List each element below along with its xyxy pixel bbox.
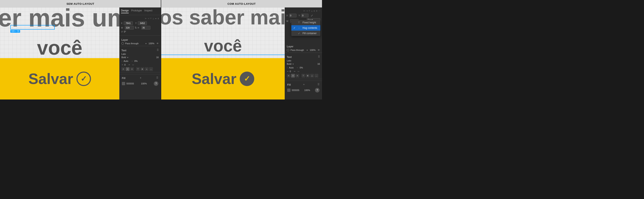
fill-opacity-val-left[interactable]: 100% [141, 82, 147, 85]
salvar-row-right: Salvar ✓ [192, 70, 254, 87]
tab-design-left[interactable]: Design [121, 9, 129, 13]
valign-top-icon[interactable]: ⊤ [136, 67, 140, 71]
align-text-right-icon-r[interactable]: ≡ [296, 74, 299, 78]
wh-row-left: W 328 ⇅ H 35 [119, 25, 161, 30]
constrain-icon-left[interactable]: ⇅ [135, 26, 137, 29]
blend-mode-left[interactable]: Pass through [125, 42, 138, 45]
fill-row-right: 555555 100% ? [287, 88, 320, 92]
fill-grid-icon-left[interactable]: ⠿ [156, 76, 158, 79]
left-title-text: SEM AUTO-LAYOUT [66, 2, 94, 5]
x-input-right[interactable]: 0 [289, 14, 296, 17]
canvas-right[interactable]: os saber mais um pouquinho você Salvar ✓ [161, 7, 285, 99]
x-label-right: X [286, 14, 288, 17]
more-text-icon-r[interactable]: … [314, 74, 318, 78]
h-input-left[interactable]: 35 [141, 26, 150, 29]
opacity-val-left[interactable]: 100% [148, 42, 154, 45]
canvas-left[interactable]: er mais um p 328 × 35 você Salvar ✓ [0, 7, 119, 99]
text-dots-right[interactable]: ⠿ [318, 55, 320, 58]
panel-tabs-left: Design Prototype Inspect [119, 9, 161, 15]
align-center-h-icon[interactable]: ⊣ [148, 17, 149, 20]
indent-val-right: 0 [290, 70, 291, 73]
line-height-left[interactable]: Auto [124, 60, 128, 62]
valign-bot-icon[interactable]: ⊥ [145, 67, 148, 71]
tab-inspect-left[interactable]: Inspect [144, 9, 152, 13]
selection-box[interactable] [10, 25, 55, 29]
valign-top-icon-r[interactable]: ⊤ [302, 74, 305, 78]
fill-section-right: Fill + ⠿ 555555 100% ? [285, 81, 322, 93]
h-val-left: 35 [142, 26, 145, 29]
right-design-panel: ⊢ ⊣ ⊤ ⊥ ⇔ ⇕ ⋯ X 0 Y 0 ⤢ W — [285, 7, 322, 99]
resize-icon-right[interactable]: ⤢ [310, 14, 313, 17]
font-name-right[interactable]: Lato [287, 59, 291, 62]
yellow-section-right: Salvar ✓ [161, 58, 285, 99]
dropdown-fill-container[interactable]: ✓ ⤢ Fill container [291, 31, 320, 36]
text-title-right: Text [287, 56, 292, 58]
visibility-icon-right[interactable]: 👁 [318, 49, 320, 51]
font-weight-right[interactable]: Bold [287, 63, 291, 65]
font-size-right[interactable]: 16 [318, 63, 320, 65]
valign-mid-icon-r[interactable]: ⊕ [306, 74, 310, 78]
distribute-v-icon-r[interactable]: ⇕ [316, 10, 318, 12]
y-input-right[interactable]: 0 [301, 14, 308, 17]
fill-add-icon-right[interactable]: + [303, 83, 305, 86]
blend-mode-right[interactable]: Pass through [290, 49, 304, 51]
line-height-right[interactable]: Auto [289, 66, 294, 69]
align-text-right-icon[interactable]: ≡ [130, 67, 134, 71]
align-left-icon[interactable]: ⊢ [145, 17, 147, 20]
fill-color-val-right[interactable]: 555555 [292, 89, 300, 91]
fill-swatch-left[interactable] [122, 82, 125, 85]
tab-prototype-left[interactable]: Prototype [131, 9, 142, 13]
x-input-left[interactable]: 7841 [124, 21, 133, 25]
layer-section-right: Layer Pass through ▾ 100% 👁 [285, 43, 322, 52]
valign-mid-icon[interactable]: ⊕ [140, 67, 144, 71]
font-size-left[interactable]: 16 [156, 56, 159, 58]
rotation-row-left: ↺ 0° [119, 30, 161, 33]
align-top-icon-r[interactable]: ⊥ [311, 10, 313, 12]
text-dots-left[interactable]: ⠿ [157, 48, 159, 52]
align-center-h-icon-r[interactable]: ⊣ [306, 10, 308, 12]
align-text-center-icon[interactable]: ≡ [126, 67, 130, 71]
font-weight-left[interactable]: Bold [122, 56, 126, 58]
help-btn-left[interactable]: ? [154, 81, 158, 86]
more-align-icon-r[interactable]: ⋯ [318, 10, 320, 12]
align-top-icon[interactable]: ⊥ [152, 17, 154, 20]
fill-opacity-val-right[interactable]: 100% [304, 89, 310, 91]
w-input-left[interactable]: 328 [125, 26, 134, 29]
align-right-icon-r[interactable]: ⊤ [308, 10, 310, 12]
align-text-left-icon[interactable]: ≡ [122, 67, 125, 71]
fill-swatch-right[interactable] [287, 89, 290, 92]
blend-row-right: Pass through ▾ 100% 👁 [287, 49, 320, 51]
dropdown-fixed-label: Fixed height [302, 21, 316, 24]
fill-color-val-left[interactable]: 555555 [126, 82, 134, 85]
line-height-row-right: ↕ Auto ↔ 0% [287, 66, 320, 69]
y-input-left[interactable]: 3452 [138, 21, 147, 25]
more-text-icon[interactable]: … [149, 67, 153, 71]
help-btn-right[interactable]: ? [315, 88, 320, 92]
indent-row-left: ⇥ 0 ⇔ ▭ [122, 63, 159, 66]
dropdown-hug-contents[interactable]: ✓ ↔ Hug contents [291, 25, 320, 31]
dropdown-fixed-height[interactable]: ✓ ⊤ Fixed height [291, 20, 320, 25]
align-text-left-icon-r[interactable]: ≡ [287, 74, 290, 78]
letter-spacing-left[interactable]: 0% [134, 60, 138, 62]
ls-icon-left: ↔ [131, 60, 133, 62]
align-left-icon-r[interactable]: ⊢ [304, 10, 305, 12]
left-section: er mais um p 328 × 35 você Salvar ✓ Desi… [0, 7, 161, 99]
align-icons-row-right: ⊢ ⊣ ⊤ ⊥ ⇔ ⇕ ⋯ [285, 9, 322, 13]
height-dropdown: ✓ ⊤ Fixed height ✓ ↔ Hug contents ✓ ⤢ Fi… [291, 20, 320, 36]
letter-spacing-right[interactable]: 0% [300, 66, 303, 69]
align-right-icon[interactable]: ⊤ [150, 17, 152, 20]
font-row-left: Lato [122, 53, 159, 55]
distribute-v-icon[interactable]: ⇕ [158, 17, 159, 20]
valign-bot-icon-r[interactable]: ⊥ [310, 74, 314, 78]
fill-grid-icon-right[interactable]: ⠿ [318, 83, 320, 86]
lh-icon-left: ↕ [122, 60, 122, 62]
fill-add-icon-left[interactable]: + [140, 76, 142, 79]
yellow-section-left: Salvar ✓ [0, 58, 119, 99]
opacity-val-right[interactable]: 100% [310, 49, 316, 51]
h-label-left: H [138, 27, 140, 29]
distribute-h-icon-r[interactable]: ⇔ [314, 10, 315, 12]
visibility-icon-left[interactable]: 👁 [156, 42, 159, 45]
font-name-left[interactable]: Lato [122, 53, 126, 55]
distribute-h-icon[interactable]: ⇔ [155, 17, 157, 20]
align-text-center-icon-r[interactable]: ≡ [291, 74, 295, 78]
